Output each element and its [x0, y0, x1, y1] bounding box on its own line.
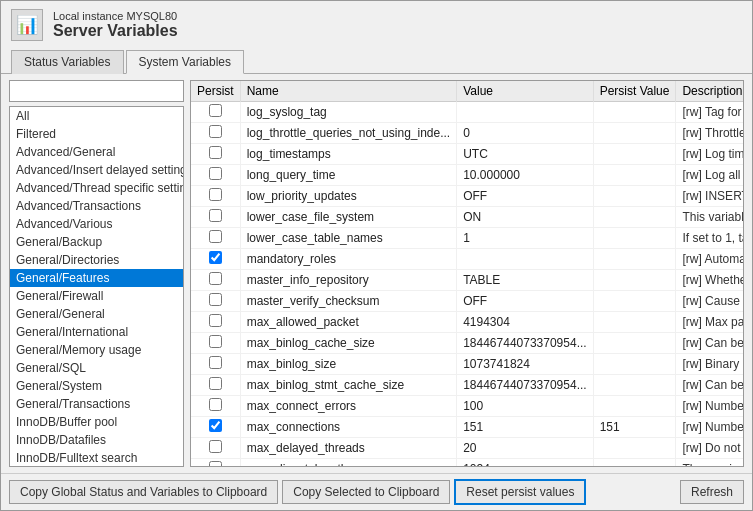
- variable-description: This variable describes the c: [676, 207, 744, 228]
- variable-persist-value: [593, 312, 676, 333]
- variable-name: max_connections: [240, 417, 456, 438]
- persist-checkbox[interactable]: [209, 314, 222, 327]
- search-input[interactable]: [9, 80, 184, 102]
- variable-persist-value: [593, 354, 676, 375]
- col-name[interactable]: Name: [240, 81, 456, 102]
- variable-name: max_binlog_cache_size: [240, 333, 456, 354]
- instance-label: Local instance MYSQL80: [53, 10, 178, 22]
- variable-description: [rw] Number of simultaneou: [676, 417, 744, 438]
- variable-value: 1073741824: [457, 354, 593, 375]
- table-row: lower_case_file_systemONThis variable de…: [191, 207, 744, 228]
- variable-value: [457, 102, 593, 123]
- category-item-all[interactable]: All: [10, 107, 183, 125]
- category-item-gen_dir[interactable]: General/Directories: [10, 251, 183, 269]
- variable-value: 151: [457, 417, 593, 438]
- variable-value: TABLE: [457, 270, 593, 291]
- title-text-block: Local instance MYSQL80 Server Variables: [53, 10, 178, 40]
- persist-checkbox[interactable]: [209, 398, 222, 411]
- refresh-button[interactable]: Refresh: [680, 480, 744, 504]
- persist-checkbox[interactable]: [209, 356, 222, 369]
- category-item-adv_trans[interactable]: Advanced/Transactions: [10, 197, 183, 215]
- persist-checkbox[interactable]: [209, 251, 222, 264]
- col-description[interactable]: Description: [676, 81, 744, 102]
- category-item-innodb_buf[interactable]: InnoDB/Buffer pool: [10, 413, 183, 431]
- persist-checkbox[interactable]: [209, 146, 222, 159]
- tab-system-variables[interactable]: System Variables: [126, 50, 244, 74]
- table-row: mandatory_roles[rw] Automatically grante…: [191, 249, 744, 270]
- category-item-adv_thread[interactable]: Advanced/Thread specific settings: [10, 179, 183, 197]
- variable-name: master_verify_checksum: [240, 291, 456, 312]
- tab-bar: Status Variables System Variables: [1, 49, 752, 74]
- tab-status-variables[interactable]: Status Variables: [11, 50, 124, 74]
- persist-checkbox[interactable]: [209, 377, 222, 390]
- category-item-gen_sys[interactable]: General/System: [10, 377, 183, 395]
- category-item-gen_mem[interactable]: General/Memory usage: [10, 341, 183, 359]
- variable-description: [rw] Binary log will be rotate: [676, 354, 744, 375]
- persist-checkbox[interactable]: [209, 209, 222, 222]
- copy-global-button[interactable]: Copy Global Status and Variables to Clip…: [9, 480, 278, 504]
- category-item-gen_general[interactable]: General/General: [10, 305, 183, 323]
- table-row: max_binlog_stmt_cache_size18446744073370…: [191, 375, 744, 396]
- persist-checkbox[interactable]: [209, 104, 222, 117]
- persist-checkbox[interactable]: [209, 188, 222, 201]
- variable-name: max_connect_errors: [240, 396, 456, 417]
- variable-value: 10.000000: [457, 165, 593, 186]
- variable-name: log_syslog_tag: [240, 102, 456, 123]
- col-persist[interactable]: Persist: [191, 81, 240, 102]
- variable-persist-value: [593, 165, 676, 186]
- category-item-gen_sql[interactable]: General/SQL: [10, 359, 183, 377]
- category-item-adv_insert[interactable]: Advanced/Insert delayed settings: [10, 161, 183, 179]
- category-item-innodb_fts[interactable]: InnoDB/Fulltext search: [10, 449, 183, 467]
- persist-checkbox[interactable]: [209, 230, 222, 243]
- persist-checkbox[interactable]: [209, 419, 222, 432]
- category-item-innodb_data[interactable]: InnoDB/Datafiles: [10, 431, 183, 449]
- variable-name: log_throttle_queries_not_using_inde...: [240, 123, 456, 144]
- category-item-gen_feat[interactable]: General/Features: [10, 269, 183, 287]
- table-row: max_digest_length1024The maximum digest …: [191, 459, 744, 468]
- variable-description: [rw] Max packet length to se: [676, 312, 744, 333]
- variable-name: lower_case_table_names: [240, 228, 456, 249]
- category-item-gen_backup[interactable]: General/Backup: [10, 233, 183, 251]
- category-list: AllFilteredAdvanced/GeneralAdvanced/Inse…: [9, 106, 184, 467]
- variable-persist-value: [593, 396, 676, 417]
- variable-value: 18446744073370954...: [457, 375, 593, 396]
- col-value[interactable]: Value: [457, 81, 593, 102]
- variable-description: [rw] Do not start more than: [676, 438, 744, 459]
- variable-name: max_digest_length: [240, 459, 456, 468]
- col-persist-value[interactable]: Persist Value: [593, 81, 676, 102]
- reset-persist-button[interactable]: Reset persist values: [454, 479, 586, 505]
- persist-checkbox[interactable]: [209, 272, 222, 285]
- table-row: max_binlog_cache_size18446744073370954..…: [191, 333, 744, 354]
- app-icon: 📊: [11, 9, 43, 41]
- variables-table: Persist Name Value Persist Value Descrip…: [191, 81, 744, 467]
- persist-checkbox[interactable]: [209, 335, 222, 348]
- copy-selected-button[interactable]: Copy Selected to Clipboard: [282, 480, 450, 504]
- persist-checkbox[interactable]: [209, 167, 222, 180]
- category-item-gen_firewall[interactable]: General/Firewall: [10, 287, 183, 305]
- variable-description: [rw] Automatically granted r: [676, 249, 744, 270]
- persist-checkbox[interactable]: [209, 293, 222, 306]
- category-item-adv_general[interactable]: Advanced/General: [10, 143, 183, 161]
- variable-description: [rw] Tag for server identifier: [676, 102, 744, 123]
- table-row: master_verify_checksumOFF[rw] Cause mast…: [191, 291, 744, 312]
- variable-persist-value: 151: [593, 417, 676, 438]
- variable-description: [rw] INSERT/DELETE/UPDAT: [676, 186, 744, 207]
- variable-name: low_priority_updates: [240, 186, 456, 207]
- persist-checkbox[interactable]: [209, 125, 222, 138]
- variable-value: 4194304: [457, 312, 593, 333]
- variable-description: [rw] Can be used to restrict: [676, 333, 744, 354]
- variable-persist-value: [593, 291, 676, 312]
- variable-persist-value: [593, 333, 676, 354]
- variable-description: [rw] Cause master to read c: [676, 291, 744, 312]
- persist-checkbox[interactable]: [209, 440, 222, 453]
- category-item-gen_trans[interactable]: General/Transactions: [10, 395, 183, 413]
- category-item-filtered[interactable]: Filtered: [10, 125, 183, 143]
- category-item-gen_intl[interactable]: General/International: [10, 323, 183, 341]
- title-bar: 📊 Local instance MYSQL80 Server Variable…: [1, 1, 752, 49]
- variable-description: [rw] Whether to write maste: [676, 270, 744, 291]
- variable-name: master_info_repository: [240, 270, 456, 291]
- category-item-adv_various[interactable]: Advanced/Various: [10, 215, 183, 233]
- variable-name: max_binlog_stmt_cache_size: [240, 375, 456, 396]
- variable-value: UTC: [457, 144, 593, 165]
- persist-checkbox[interactable]: [209, 461, 222, 467]
